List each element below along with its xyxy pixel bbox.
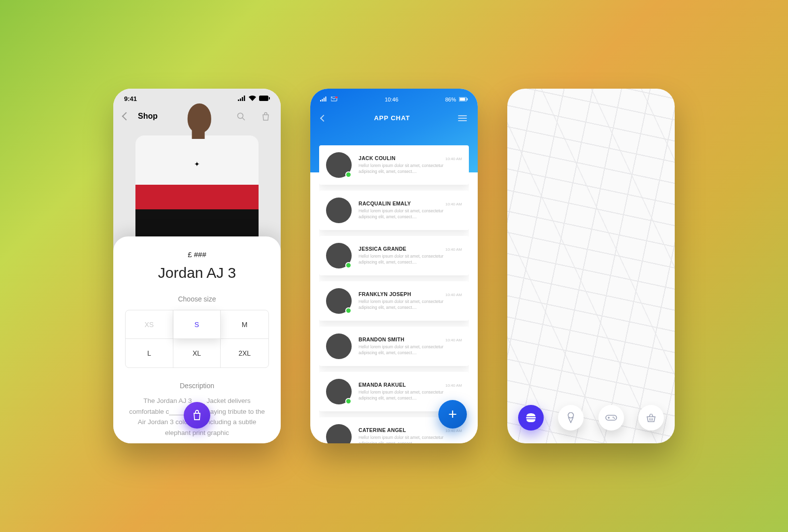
signal-icon [320, 97, 327, 102]
svg-rect-1 [240, 99, 241, 101]
back-button[interactable] [320, 114, 327, 121]
wifi-icon [249, 95, 256, 102]
battery-icon [459, 97, 468, 102]
bag-button[interactable] [260, 111, 271, 122]
svg-rect-15 [460, 98, 465, 101]
chat-item[interactable]: JACK COULIN 10:40 AM Hello! lorem ipsum … [319, 145, 469, 185]
basket-icon [646, 413, 656, 422]
message-time: 10:40 AM [445, 202, 462, 206]
message-time: 10:40 AM [445, 157, 462, 161]
screen-title: APP CHAT [374, 114, 410, 122]
avatar [326, 198, 352, 223]
svg-rect-10 [324, 98, 325, 102]
bag-icon [192, 410, 202, 421]
product-price: £ ### [125, 250, 269, 259]
contact-name: JACK COULIN [359, 155, 395, 161]
size-option-2xl[interactable]: 2XL [221, 339, 268, 367]
category-dock [518, 405, 664, 431]
svg-point-6 [237, 113, 243, 118]
online-indicator [345, 171, 352, 178]
gamepad-icon [605, 414, 617, 422]
message-time: 10:40 AM [445, 293, 462, 297]
size-option-m[interactable]: M [221, 310, 268, 339]
search-button[interactable] [235, 111, 246, 122]
burger-icon [525, 413, 536, 423]
online-indicator [345, 262, 352, 268]
message-time: 10:40 AM [445, 247, 462, 252]
avatar [326, 379, 352, 404]
size-option-s[interactable]: S [173, 310, 221, 339]
message-preview: Hello! lorem ipsum dolor sit amet, conse… [359, 254, 462, 266]
battery-icon [259, 95, 270, 102]
status-bar: 9:41 [113, 89, 281, 108]
chat-list[interactable]: JACK COULIN 10:40 AM Hello! lorem ipsum … [319, 145, 469, 443]
size-selector: XS S M L XL 2XL [125, 310, 269, 368]
message-preview: Hello! lorem ipsum dolor sit amet, conse… [359, 299, 462, 311]
signal-icon [238, 95, 246, 102]
menu-button[interactable] [458, 115, 467, 121]
ice-cream-icon [567, 412, 575, 423]
svg-rect-17 [526, 417, 536, 419]
message-preview: Hello! lorem ipsum dolor sit amet, conse… [359, 390, 462, 401]
mail-icon [331, 97, 338, 102]
message-preview: Hello! lorem ipsum dolor sit amet, conse… [359, 344, 462, 356]
avatar [326, 333, 352, 359]
chat-item[interactable]: RACQUALIN EMALY 10:40 AM Hello! lorem ip… [319, 191, 469, 230]
add-to-bag-fab[interactable] [184, 402, 210, 429]
svg-point-22 [612, 417, 613, 418]
svg-rect-5 [269, 97, 270, 100]
status-time: 10:46 [385, 97, 398, 102]
online-indicator [345, 307, 352, 314]
svg-rect-4 [259, 96, 268, 101]
chat-item[interactable]: BRANDON SMITH 10:40 AM Hello! lorem ipsu… [319, 327, 469, 366]
compose-fab[interactable]: + [438, 400, 467, 429]
svg-line-26 [652, 418, 653, 421]
status-bar: 10:46 86% [310, 94, 478, 105]
svg-rect-8 [320, 100, 321, 101]
battery-pct: 86% [445, 97, 456, 102]
category-games[interactable] [598, 405, 624, 431]
svg-line-24 [650, 418, 650, 421]
nav-bar: APP CHAT [310, 105, 478, 131]
svg-rect-0 [238, 100, 239, 101]
contact-name: RACQUALIN EMALY [359, 200, 411, 206]
category-shopping[interactable] [638, 405, 664, 431]
description-label: Description [125, 382, 269, 390]
size-option-l[interactable]: L [126, 339, 173, 367]
map-screen[interactable] [507, 89, 675, 443]
contact-name: CATERINE ANGEL [359, 427, 406, 433]
online-indicator [345, 398, 352, 404]
size-option-xl[interactable]: XL [173, 339, 221, 367]
chat-item[interactable]: FRANKLYN JOSEPH 10:40 AM Hello! lorem ip… [319, 281, 469, 321]
status-time: 9:41 [124, 95, 137, 102]
shop-header: Shop [113, 111, 281, 122]
size-option-xs[interactable]: XS [126, 310, 173, 339]
category-dessert[interactable] [558, 405, 584, 431]
product-name: Jordan AJ 3 [125, 265, 269, 281]
svg-rect-16 [467, 99, 468, 100]
avatar [326, 288, 352, 314]
page-title: Shop [138, 112, 158, 121]
message-preview: Hello! lorem ipsum dolor sit amet, conse… [359, 435, 462, 443]
message-time: 10:40 AM [445, 383, 462, 388]
svg-rect-2 [242, 97, 243, 101]
category-burger[interactable] [518, 405, 544, 431]
message-time: 10:40 AM [445, 338, 462, 342]
svg-point-18 [568, 413, 574, 418]
choose-size-label: Choose size [125, 295, 269, 303]
svg-rect-11 [326, 97, 327, 101]
svg-rect-19 [606, 415, 617, 420]
message-preview: Hello! lorem ipsum dolor sit amet, conse… [359, 208, 462, 220]
svg-line-7 [242, 118, 245, 120]
message-time: 10:40 AM [445, 429, 462, 433]
shop-screen: ✦ 9:41 Shop £ [113, 89, 281, 443]
chat-item[interactable]: JESSICA GRANDE 10:40 AM Hello! lorem ips… [319, 236, 469, 275]
contact-name: FRANKLYN JOSEPH [359, 291, 411, 297]
svg-rect-9 [322, 99, 323, 101]
avatar [326, 424, 352, 443]
contact-name: BRANDON SMITH [359, 336, 404, 342]
avatar [326, 243, 352, 268]
back-button[interactable] [122, 112, 131, 121]
svg-rect-3 [244, 96, 245, 101]
contact-name: EMANDA RAKUEL [359, 382, 406, 388]
